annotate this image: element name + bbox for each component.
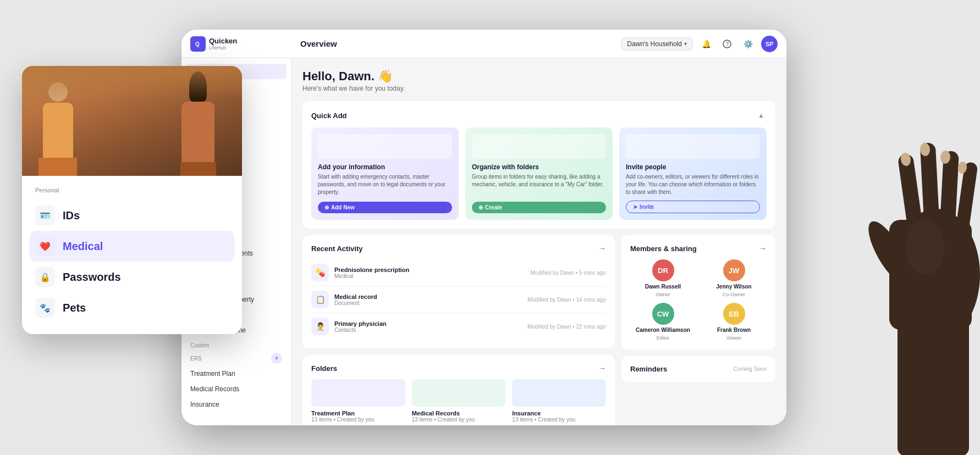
app-sub: LifeHub [209,45,237,51]
sidebar-folder-medical[interactable]: Medical Records [181,381,291,397]
members-title: Members & sharing [630,245,697,253]
folder-thumb-2 [512,379,606,407]
folders-arrow[interactable]: → [598,364,606,373]
reminders-header: Reminders Coming Soon [630,365,767,373]
logo-area: Q Quicken LifeHub [190,36,300,52]
main-column: Recent Activity → 💊 Prednisolone prescri… [302,235,615,425]
svg-rect-10 [889,220,972,330]
sidebar-folder-insurance[interactable]: Insurance [181,397,291,412]
invite-title: Invite people [626,163,760,171]
invite-desc: Add co-owners, editors, or viewers for d… [626,173,760,196]
members-header: Members & sharing → [630,244,767,253]
app-logo-icon: Q [190,36,206,52]
folder-count-0: 13 items • Created by you [311,417,405,423]
logo-text: Quicken LifeHub [209,37,237,51]
notifications-button[interactable]: 🔔 [698,36,714,52]
member-item-0[interactable]: DR Dawn Russell Owner [630,259,696,297]
activity-time-1: Modified by Dawn • 14 mins ago [527,297,606,303]
quick-add-items: Add your information Start with adding e… [311,127,767,220]
folder-item-1[interactable]: Medical Records 13 items • Created by yo… [412,379,506,423]
ids-icon: 🪪 [35,206,55,225]
tablet-screen: Q Quicken LifeHub Overview Dawn's Househ… [181,30,786,425]
svg-point-9 [861,216,917,290]
svg-point-14 [940,151,950,164]
member-avatar-2: CW [652,303,674,325]
folder-name-0: Treatment Plan [311,410,405,417]
pets-icon: 🐾 [35,298,55,318]
member-item-2[interactable]: CW Cameron Williamson Editor [630,303,696,341]
member-role-2: Editor [657,335,670,341]
member-item-1[interactable]: JW Jenny Wilson Co-Owner [701,259,767,297]
user-avatar[interactable]: SP [761,36,778,52]
recent-activity-header: Recent Activity → [311,244,606,253]
settings-button[interactable]: ⚙️ [740,36,756,52]
side-column: Members & sharing → DR Dawn Russell Owne… [621,235,775,425]
member-name-1: Jenny Wilson [716,284,751,290]
activity-type-1: Document [334,300,522,306]
svg-point-13 [920,143,930,157]
add-info-thumbnail [318,134,452,159]
help-button[interactable]: ? [719,36,735,52]
member-avatar-3: EB [723,303,745,325]
quick-add-title: Quick Add [311,112,347,120]
household-selector[interactable]: Dawn's Household ▾ [621,37,693,51]
greeting: Hello, Dawn. 👋 Here's what we have for y… [302,69,775,92]
coming-soon-badge: Coming Soon [733,366,767,372]
medical-icon: ❤️ [35,236,55,256]
member-name-3: Frank Brown [717,327,751,333]
activity-type-0: Medical [334,273,525,279]
members-card: Members & sharing → DR Dawn Russell Owne… [621,235,775,349]
menu-item-ids[interactable]: 🪪 IDs [35,200,229,231]
activity-info-2: Primary physician Contacts [334,320,522,333]
svg-point-12 [900,152,911,167]
svg-point-4 [892,209,980,341]
floating-card-image [22,66,242,176]
member-item-3[interactable]: EB Frank Brown Viewer [701,303,767,341]
activity-item-0[interactable]: 💊 Prednisolone prescription Medical Modi… [311,259,606,286]
hand-area [760,0,980,455]
menu-item-passwords[interactable]: 🔒 Passwords [35,262,229,292]
folder-item-2[interactable]: Insurance 13 items • Created by you [512,379,606,423]
create-icon: ⊕ [478,204,483,210]
svg-rect-11 [898,319,969,455]
recent-activity-arrow[interactable]: → [598,244,606,253]
activity-item-1[interactable]: 📋 Medical record Document Modified by Da… [311,286,606,313]
custom-label: Custom [181,338,291,351]
invite-icon: ➤ [633,204,637,210]
add-new-button[interactable]: ⊕ Add New [318,202,452,213]
main-area: ⊞ Overview 🏦 Institutions 👤 Contacts ☰ A… [181,58,786,425]
svg-rect-6 [920,142,940,234]
passwords-label: Passwords [63,271,121,284]
hand-svg [760,0,980,455]
quick-add-item-add: Add your information Start with adding e… [311,127,459,220]
create-button[interactable]: ⊕ Create [472,202,606,213]
add-folder-button[interactable]: + [271,353,282,364]
create-label: Create [485,204,502,210]
folder-count-1: 13 items • Created by you [412,417,506,423]
member-avatar-0: DR [652,259,674,281]
activity-icon-1: 📋 [311,291,329,308]
quick-add-item-organize: Organize with folders Group items in fol… [465,127,613,220]
member-role-0: Owner [656,292,670,297]
sidebar-folder-treatment[interactable]: Treatment Plan [181,366,291,381]
invite-button[interactable]: ➤ Invite [626,201,760,213]
household-name: Dawn's Household [627,40,682,48]
members-arrow[interactable]: → [759,244,767,253]
menu-item-pets[interactable]: 🐾 Pets [35,292,229,323]
two-col-layout: Recent Activity → 💊 Prednisolone prescri… [302,235,775,425]
member-avatar-1: JW [723,259,745,281]
folder-count-2: 13 items • Created by you [512,417,606,423]
personal-label: Personal [35,187,229,193]
collapse-button[interactable]: ▲ [756,110,767,121]
activity-time-2: Modified by Dawn • 22 mins ago [527,324,606,330]
activity-icon-0: 💊 [311,264,329,281]
recent-activity-title: Recent Activity [311,245,362,253]
organize-thumbnail [472,134,606,159]
recent-activity-card: Recent Activity → 💊 Prednisolone prescri… [302,235,615,348]
activity-item-2[interactable]: 👨‍⚕️ Primary physician Contacts Modified… [311,313,606,340]
menu-item-medical[interactable]: ❤️ Medical [30,231,234,262]
svg-rect-7 [939,151,959,236]
svg-rect-8 [954,162,978,240]
add-info-desc: Start with adding emergency contacts, ma… [318,173,452,197]
folder-item-0[interactable]: Treatment Plan 13 items • Created by you [311,379,405,423]
